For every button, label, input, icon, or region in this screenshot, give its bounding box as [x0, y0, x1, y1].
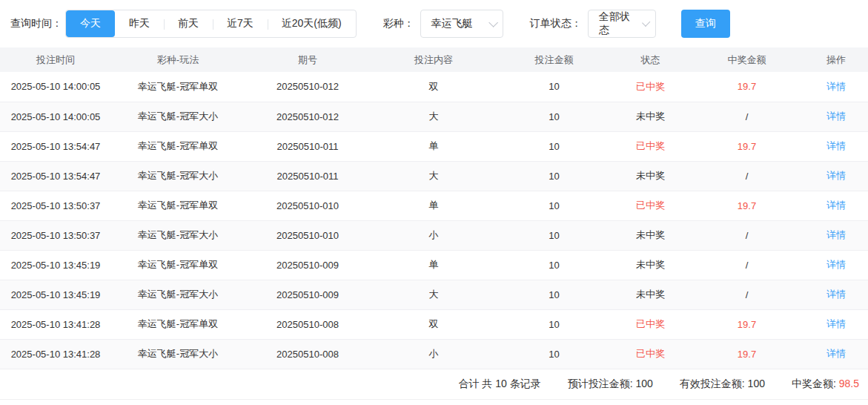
- lottery-type-select[interactable]: 幸运飞艇: [420, 10, 503, 38]
- cell-lottery-play: 幸运飞艇-冠军单双: [111, 250, 245, 280]
- detail-link[interactable]: 详情: [826, 289, 846, 300]
- cell-prize-amount: /: [689, 250, 804, 280]
- total-prize-value: 98.5: [839, 378, 859, 389]
- cell-bet-time: 2025-05-10 14:00:05: [0, 102, 111, 131]
- cell-bet-amount: 10: [497, 280, 612, 309]
- column-header: 中奖金额: [689, 47, 804, 72]
- time-filter-option[interactable]: 前天: [164, 10, 213, 37]
- cell-status: 已中奖: [612, 72, 689, 102]
- table-row: 2025-05-10 13:54:47幸运飞艇-冠军大小20250510-011…: [0, 161, 868, 191]
- detail-link[interactable]: 详情: [826, 81, 846, 92]
- cell-lottery-play: 幸运飞艇-冠军单双: [111, 191, 245, 220]
- column-header: 期号: [245, 47, 371, 72]
- cell-bet-content: 双: [371, 72, 497, 102]
- cell-status: 已中奖: [612, 191, 689, 220]
- table-row: 2025-05-10 14:00:05幸运飞艇-冠军大小20250510-012…: [0, 102, 868, 131]
- cell-action: 详情: [804, 280, 868, 309]
- valid-bet-amount: 有效投注金额: 100: [680, 378, 765, 391]
- cell-issue-number: 20250510-010: [245, 220, 371, 250]
- cell-prize-amount: 19.7: [689, 339, 804, 369]
- detail-link[interactable]: 详情: [826, 259, 846, 270]
- cell-bet-time: 2025-05-10 13:45:19: [0, 280, 111, 309]
- cell-bet-content: 单: [371, 191, 497, 220]
- cell-bet-amount: 10: [497, 220, 612, 250]
- detail-link[interactable]: 详情: [826, 348, 846, 359]
- cell-issue-number: 20250510-011: [245, 131, 371, 161]
- cell-action: 详情: [804, 131, 868, 161]
- betting-records-page: 查询时间： 今天昨天前天近7天近20天(低频) 彩种： 幸运飞艇 订单状态： 全…: [0, 0, 868, 405]
- cell-lottery-play: 幸运飞艇-冠军大小: [111, 339, 245, 369]
- query-button[interactable]: 查询: [681, 10, 730, 38]
- cell-lottery-play: 幸运飞艇-冠军大小: [111, 280, 245, 309]
- cell-issue-number: 20250510-012: [245, 102, 371, 131]
- detail-link[interactable]: 详情: [826, 170, 846, 181]
- cell-bet-time: 2025-05-10 13:54:47: [0, 161, 111, 191]
- detail-link[interactable]: 详情: [826, 318, 846, 329]
- cell-issue-number: 20250510-008: [245, 309, 371, 339]
- cell-action: 详情: [804, 102, 868, 131]
- cell-bet-content: 单: [371, 250, 497, 280]
- table-row: 2025-05-10 13:50:37幸运飞艇-冠军单双20250510-010…: [0, 191, 868, 220]
- cell-bet-amount: 10: [497, 72, 612, 102]
- cell-bet-amount: 10: [497, 309, 612, 339]
- total-prize-label: 中奖金额:: [792, 378, 836, 389]
- cell-bet-time: 2025-05-10 13:41:28: [0, 339, 111, 369]
- time-filter-option[interactable]: 今天: [66, 10, 115, 37]
- cell-bet-content: 大: [371, 102, 497, 131]
- cell-bet-amount: 10: [497, 161, 612, 191]
- cell-status: 未中奖: [612, 220, 689, 250]
- table-row: 2025-05-10 13:41:28幸运飞艇-冠军单双20250510-008…: [0, 309, 868, 339]
- time-filter-option[interactable]: 近20天(低频): [268, 10, 356, 37]
- cell-issue-number: 20250510-012: [245, 72, 371, 102]
- chevron-down-icon: [642, 18, 651, 27]
- cell-bet-amount: 10: [497, 250, 612, 280]
- cell-bet-amount: 10: [497, 191, 612, 220]
- time-filter-option[interactable]: 近7天: [213, 10, 268, 37]
- cell-bet-time: 2025-05-10 13:41:28: [0, 309, 111, 339]
- expected-bet-amount: 预计投注金额: 100: [568, 378, 653, 391]
- cell-action: 详情: [804, 220, 868, 250]
- cell-status: 已中奖: [612, 131, 689, 161]
- cell-bet-time: 2025-05-10 13:54:47: [0, 131, 111, 161]
- cell-prize-amount: 19.7: [689, 72, 804, 102]
- cell-status: 已中奖: [612, 309, 689, 339]
- detail-link[interactable]: 详情: [826, 200, 846, 211]
- table-row: 2025-05-10 14:00:05幸运飞艇-冠军单双20250510-012…: [0, 72, 868, 102]
- cell-status: 已中奖: [612, 339, 689, 369]
- lottery-type-label: 彩种：: [383, 17, 414, 30]
- cell-bet-content: 大: [371, 280, 497, 309]
- cell-issue-number: 20250510-010: [245, 191, 371, 220]
- cell-prize-amount: /: [689, 280, 804, 309]
- detail-link[interactable]: 详情: [826, 111, 846, 122]
- table-row: 2025-05-10 13:54:47幸运飞艇-冠军单双20250510-011…: [0, 131, 868, 161]
- time-filter-option[interactable]: 昨天: [115, 10, 164, 37]
- cell-lottery-play: 幸运飞艇-冠军单双: [111, 309, 245, 339]
- cell-prize-amount: /: [689, 102, 804, 131]
- cell-action: 详情: [804, 72, 868, 102]
- summary-bar: 合计 共 10 条记录 预计投注金额: 100 有效投注金额: 100 中奖金额…: [0, 369, 868, 400]
- table-row: 2025-05-10 13:50:37幸运飞艇-冠军大小20250510-010…: [0, 220, 868, 250]
- cell-status: 未中奖: [612, 280, 689, 309]
- cell-bet-content: 单: [371, 131, 497, 161]
- cell-prize-amount: /: [689, 161, 804, 191]
- order-status-select[interactable]: 全部状态: [588, 10, 656, 38]
- chevron-down-icon: [488, 18, 498, 27]
- column-header: 投注金额: [497, 47, 612, 72]
- expected-bet-label: 预计投注金额:: [568, 378, 633, 389]
- detail-link[interactable]: 详情: [826, 229, 846, 240]
- detail-link[interactable]: 详情: [826, 140, 846, 151]
- cell-bet-time: 2025-05-10 13:50:37: [0, 220, 111, 250]
- cell-bet-amount: 10: [497, 339, 612, 369]
- column-header: 投注时间: [0, 47, 111, 72]
- cell-lottery-play: 幸运飞艇-冠军单双: [111, 72, 245, 102]
- cell-action: 详情: [804, 161, 868, 191]
- table-row: 2025-05-10 13:45:19幸运飞艇-冠军大小20250510-009…: [0, 280, 868, 309]
- cell-bet-content: 双: [371, 309, 497, 339]
- table-row: 2025-05-10 13:41:28幸运飞艇-冠军大小20250510-008…: [0, 339, 868, 369]
- valid-bet-label: 有效投注金额:: [680, 378, 745, 389]
- column-header: 彩种-玩法: [111, 47, 245, 72]
- cell-status: 未中奖: [612, 161, 689, 191]
- cell-lottery-play: 幸运飞艇-冠军单双: [111, 131, 245, 161]
- cell-bet-amount: 10: [497, 131, 612, 161]
- cell-bet-time: 2025-05-10 14:00:05: [0, 72, 111, 102]
